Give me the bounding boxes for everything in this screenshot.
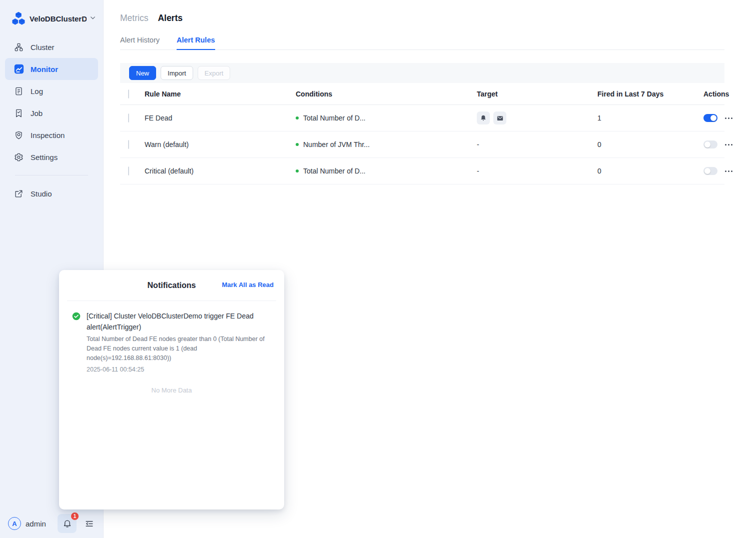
notification-item[interactable]: [Critical] Cluster VeloDBClusterDemo tri… <box>59 301 284 373</box>
sidebar-item-label: Inspection <box>31 131 65 140</box>
more-actions-icon[interactable] <box>724 142 733 148</box>
col-rule-name: Rule Name <box>140 90 291 98</box>
username: admin <box>26 520 46 528</box>
sidebar-item-label: Log <box>31 87 43 96</box>
monitor-icon <box>14 64 24 74</box>
rule-condition: Number of JVM Thr... <box>291 140 472 148</box>
more-actions-icon[interactable] <box>724 168 733 174</box>
row-checkbox[interactable] <box>128 140 129 149</box>
mark-all-as-read-link[interactable]: Mark All as Read <box>222 281 274 288</box>
rule-condition: Total Number of D... <box>291 114 472 122</box>
row-actions <box>703 140 743 148</box>
enable-toggle[interactable] <box>703 140 717 148</box>
status-dot <box>296 116 299 120</box>
row-actions <box>703 114 743 122</box>
rule-targets: - <box>472 140 593 148</box>
cluster-selector[interactable]: VeloDBClusterD... <box>0 0 103 26</box>
select-all-checkbox[interactable] <box>128 90 129 98</box>
menu-fold-icon[interactable] <box>83 517 96 530</box>
enable-toggle[interactable] <box>703 167 717 175</box>
no-more-data-label: No More Data <box>59 386 284 394</box>
rule-name: FE Dead <box>140 114 291 122</box>
bell-icon <box>63 519 72 528</box>
col-target: Target <box>472 90 593 98</box>
mail-icon[interactable] <box>493 112 506 124</box>
alert-sub-tabs: Alert History Alert Rules <box>120 36 724 50</box>
status-dot <box>296 143 299 146</box>
success-check-icon <box>72 312 81 320</box>
sidebar-divider <box>15 175 88 176</box>
col-conditions: Conditions <box>291 90 472 98</box>
sidebar-item-job[interactable]: Job <box>5 102 98 124</box>
col-actions: Actions <box>703 90 739 98</box>
rule-name: Critical (default) <box>140 167 291 175</box>
row-checkbox[interactable] <box>128 166 129 176</box>
rule-targets <box>472 112 593 124</box>
notifications-popup: Notifications Mark All as Read [Critical… <box>59 270 284 510</box>
sidebar-item-monitor[interactable]: Monitor <box>5 58 98 80</box>
row-checkbox[interactable] <box>128 114 129 122</box>
import-button[interactable]: Import <box>161 66 193 80</box>
fired-count: 0 <box>593 167 703 175</box>
sidebar-item-label: Job <box>31 109 43 118</box>
sidebar-footer: A admin 1 <box>0 514 104 533</box>
notification-badge: 1 <box>71 512 79 520</box>
sidebar-item-label: Cluster <box>31 43 55 52</box>
sidebar-item-label: Settings <box>31 153 58 162</box>
tab-alert-history[interactable]: Alert History <box>120 36 160 50</box>
chevron-down-icon <box>90 14 96 23</box>
log-icon <box>14 86 24 96</box>
export-button[interactable]: Export <box>198 66 231 80</box>
status-dot <box>296 170 299 172</box>
job-icon <box>14 108 24 118</box>
notification-time: 2025-06-11 00:54:25 <box>87 366 272 373</box>
rule-targets: - <box>472 167 593 175</box>
notifications-header: Notifications Mark All as Read <box>59 270 284 300</box>
tab-alert-rules[interactable]: Alert Rules <box>177 36 215 50</box>
fired-count: 0 <box>593 140 703 148</box>
sidebar-item-inspection[interactable]: Inspection <box>5 124 98 146</box>
bell-icon[interactable] <box>477 112 490 124</box>
more-actions-icon[interactable] <box>724 116 733 121</box>
fired-count: 1 <box>593 114 703 122</box>
sidebar-item-cluster[interactable]: Cluster <box>5 36 98 58</box>
table-row: Warn (default) Number of JVM Thr... - 0 <box>120 132 724 158</box>
table-header: Rule Name Conditions Target Fired in Las… <box>120 83 724 105</box>
sidebar-item-label: Studio <box>31 190 52 198</box>
notification-title: [Critical] Cluster VeloDBClusterDemo tri… <box>87 310 272 332</box>
tab-metrics[interactable]: Metrics <box>120 13 148 24</box>
cluster-icon <box>14 42 24 52</box>
user-avatar[interactable]: A <box>8 517 21 530</box>
rule-condition: Total Number of D... <box>291 167 472 175</box>
enable-toggle[interactable] <box>703 114 717 122</box>
cluster-selector-label: VeloDBClusterD... <box>30 14 87 23</box>
rule-name: Warn (default) <box>140 140 291 148</box>
page-tabs: Metrics Alerts <box>120 13 724 24</box>
notifications-title: Notifications <box>148 281 196 290</box>
table-row: FE Dead Total Number of D... 1 <box>120 105 724 132</box>
sidebar-item-log[interactable]: Log <box>5 80 98 102</box>
sidebar-nav: Cluster Monitor Log <box>0 36 103 204</box>
sidebar-item-settings[interactable]: Settings <box>5 146 98 168</box>
col-fired: Fired in Last 7 Days <box>593 90 703 98</box>
rules-toolbar: New Import Export <box>120 63 724 83</box>
cluster-logo-icon <box>11 11 26 26</box>
settings-icon <box>14 152 24 162</box>
notifications-bell-button[interactable]: 1 <box>58 514 77 533</box>
row-actions <box>703 167 743 175</box>
sidebar-item-studio[interactable]: Studio <box>5 182 98 204</box>
inspection-icon <box>14 130 24 140</box>
external-link-icon <box>14 188 24 198</box>
table-row: Critical (default) Total Number of D... … <box>120 158 724 184</box>
new-button[interactable]: New <box>129 66 156 80</box>
sidebar-item-label: Monitor <box>31 65 58 74</box>
notification-body: Total Number of Dead FE nodes greater th… <box>87 334 272 363</box>
tab-alerts[interactable]: Alerts <box>158 13 183 24</box>
